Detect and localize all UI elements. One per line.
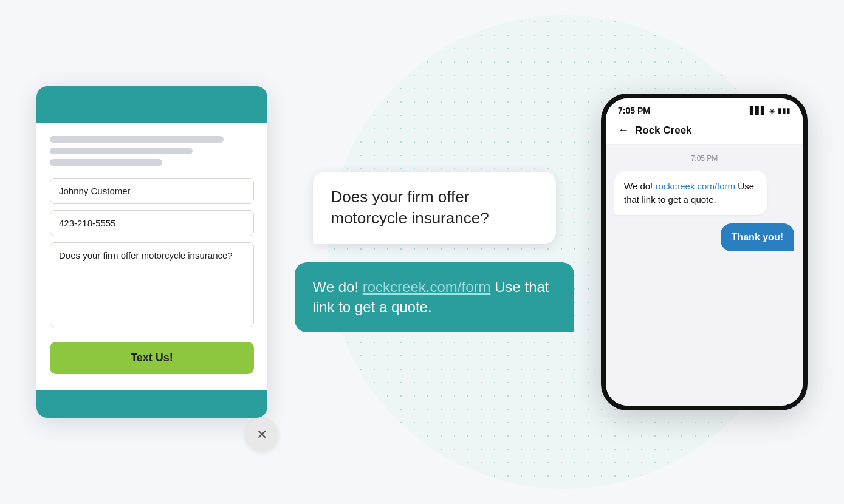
phone-header: ← Rock Creek [606, 119, 803, 145]
chat-area: Does your firm offer motorcycle insuranc… [267, 172, 601, 332]
user-bubble-text: Does your firm offer motorcycle insuranc… [331, 188, 489, 227]
widget-footer [36, 390, 267, 418]
phone-chat-timestamp: 7:05 PM [614, 154, 794, 163]
user-chat-bubble: Does your firm offer motorcycle insuranc… [313, 172, 556, 243]
close-icon: ✕ [256, 427, 267, 443]
bot-chat-bubble: We do! rockcreek.com/form Use that link … [295, 262, 574, 332]
skeleton-line-3 [50, 159, 162, 166]
phone-sent-text: Thank you! [732, 232, 783, 242]
name-input[interactable]: Johnny Customer [50, 178, 254, 204]
phone-received-bubble: We do! rockcreek.com/form Use that link … [614, 171, 767, 215]
bot-bubble-link: rockcreek.com/form [363, 279, 491, 295]
phone-status-bar: 7:05 PM ▋▋▋ ◈ ▮▮▮ [606, 98, 803, 119]
phone-contact-name: Rock Creek [635, 124, 692, 137]
phone-chat-body: 7:05 PM We do! rockcreek.com/form Use th… [606, 145, 803, 406]
phone-mockup: 7:05 PM ▋▋▋ ◈ ▮▮▮ ← Rock Creek 7:05 PM W… [601, 94, 808, 410]
phone-input[interactable]: 423-218-5555 [50, 210, 254, 236]
battery-icon: ▮▮▮ [778, 106, 791, 115]
widget-header [36, 86, 267, 123]
main-container: Johnny Customer 423-218-5555 Does your f… [0, 0, 844, 504]
signal-icon: ▋▋▋ [750, 106, 766, 115]
close-button[interactable]: ✕ [245, 418, 278, 451]
message-textarea[interactable]: Does your firm offer motorcycle insuranc… [50, 242, 254, 327]
phone-received-prefix: We do! [624, 181, 655, 191]
wifi-icon: ◈ [769, 106, 775, 115]
phone-time: 7:05 PM [618, 106, 650, 115]
widget-card: Johnny Customer 423-218-5555 Does your f… [36, 86, 267, 418]
bot-bubble-prefix: We do! [313, 279, 363, 295]
skeleton-line-2 [50, 148, 193, 154]
back-icon[interactable]: ← [618, 124, 629, 137]
skeleton-line-1 [50, 136, 224, 143]
phone-received-link[interactable]: rockcreek.com/form [655, 181, 735, 191]
widget-skeleton [50, 136, 254, 166]
widget-body: Johnny Customer 423-218-5555 Does your f… [36, 123, 267, 390]
submit-button[interactable]: Text Us! [50, 342, 254, 374]
phone-sent-bubble: Thank you! [721, 223, 794, 251]
phone-status-icons: ▋▋▋ ◈ ▮▮▮ [750, 106, 791, 115]
